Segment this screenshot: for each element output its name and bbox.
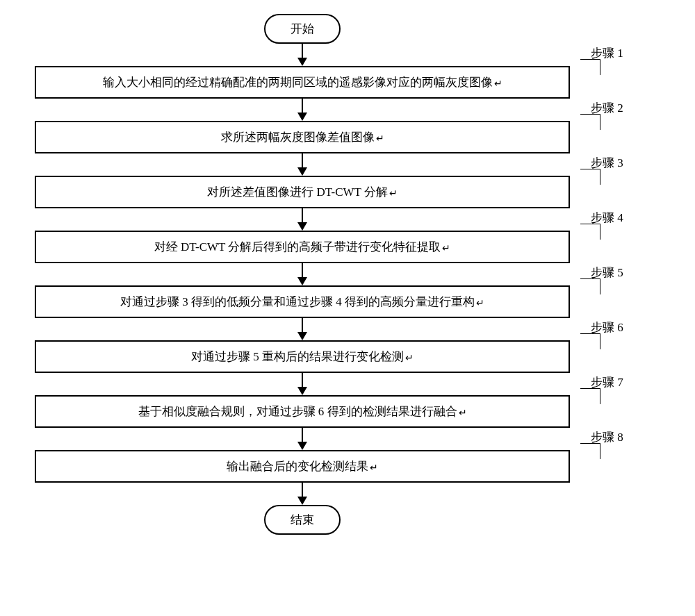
arrow-icon	[297, 428, 307, 450]
step-6-wrap: 步骤 6 对通过步骤 5 重构后的结果进行变化检测↵	[35, 340, 570, 373]
arrow-icon	[297, 208, 307, 231]
step-7-text: 基于相似度融合规则，对通过步骤 6 得到的检测结果进行融合	[138, 405, 457, 418]
arrow-icon	[297, 99, 307, 121]
step-6-label: 步骤 6	[591, 319, 623, 335]
step-6-box: 对通过步骤 5 重构后的结果进行变化检测↵	[35, 340, 570, 373]
step-5-wrap: 步骤 5 对通过步骤 3 得到的低频分量和通过步骤 4 得到的高频分量进行重构↵	[35, 285, 570, 318]
step-1-box: 输入大小相同的经过精确配准的两期同区域的遥感影像对应的两幅灰度图像↵	[35, 66, 570, 99]
connector-line	[580, 388, 600, 404]
step-3-wrap: 步骤 3 对所述差值图像进行 DT-CWT 分解↵	[35, 176, 570, 208]
step-4-wrap: 步骤 4 对经 DT-CWT 分解后得到的高频子带进行变化特征提取↵	[35, 231, 570, 263]
connector-line	[580, 224, 600, 240]
connector-line	[580, 278, 600, 294]
arrow-icon	[297, 373, 307, 395]
step-2-wrap: 步骤 2 求所述两幅灰度图像差值图像↵	[35, 121, 570, 153]
step-5-box: 对通过步骤 3 得到的低频分量和通过步骤 4 得到的高频分量进行重构↵	[35, 285, 570, 318]
arrow-icon	[297, 483, 307, 505]
return-icon: ↵	[405, 353, 414, 363]
return-icon: ↵	[370, 463, 378, 473]
step-4-box: 对经 DT-CWT 分解后得到的高频子带进行变化特征提取↵	[35, 231, 570, 263]
arrow-icon	[297, 44, 307, 66]
arrow-icon	[297, 263, 307, 285]
flowchart-container: 开始 步骤 1 输入大小相同的经过精确配准的两期同区域的遥感影像对应的两幅灰度图…	[35, 14, 570, 535]
connector-line	[580, 114, 600, 130]
step-1-label: 步骤 1	[591, 45, 623, 61]
connector-line	[580, 333, 600, 349]
step-2-text: 求所述两幅灰度图像差值图像	[221, 131, 375, 144]
step-8-wrap: 步骤 8 输出融合后的变化检测结果↵	[35, 450, 570, 483]
start-label: 开始	[291, 22, 314, 35]
step-7-wrap: 步骤 7 基于相似度融合规则，对通过步骤 6 得到的检测结果进行融合↵	[35, 395, 570, 428]
connector-line	[580, 59, 600, 75]
step-5-label: 步骤 5	[591, 265, 623, 281]
step-7-label: 步骤 7	[591, 374, 623, 390]
step-6-text: 对通过步骤 5 重构后的结果进行变化检测	[191, 350, 404, 363]
start-terminator: 开始	[264, 14, 341, 44]
step-1-text: 输入大小相同的经过精确配准的两期同区域的遥感影像对应的两幅灰度图像	[103, 76, 493, 89]
return-icon: ↵	[376, 133, 384, 144]
arrow-icon	[297, 153, 307, 176]
step-2-box: 求所述两幅灰度图像差值图像↵	[35, 121, 570, 153]
connector-line	[580, 443, 600, 459]
step-5-text: 对通过步骤 3 得到的低频分量和通过步骤 4 得到的高频分量进行重构	[120, 295, 475, 308]
step-2-label: 步骤 2	[591, 100, 623, 116]
step-3-box: 对所述差值图像进行 DT-CWT 分解↵	[35, 176, 570, 208]
step-1-wrap: 步骤 1 输入大小相同的经过精确配准的两期同区域的遥感影像对应的两幅灰度图像↵	[35, 66, 570, 99]
step-4-label: 步骤 4	[591, 210, 623, 226]
step-8-label: 步骤 8	[591, 429, 623, 445]
return-icon: ↵	[389, 188, 398, 199]
end-label: 结束	[291, 513, 314, 526]
step-7-box: 基于相似度融合规则，对通过步骤 6 得到的检测结果进行融合↵	[35, 395, 570, 428]
return-icon: ↵	[442, 243, 450, 253]
return-icon: ↵	[476, 298, 484, 308]
return-icon: ↵	[459, 408, 467, 418]
end-terminator: 结束	[264, 505, 341, 535]
arrow-icon	[297, 318, 307, 340]
step-8-text: 输出融合后的变化检测结果	[227, 460, 368, 473]
step-3-label: 步骤 3	[591, 155, 623, 171]
step-3-text: 对所述差值图像进行 DT-CWT 分解	[207, 185, 388, 199]
connector-line	[580, 169, 600, 185]
step-8-box: 输出融合后的变化检测结果↵	[35, 450, 570, 483]
return-icon: ↵	[494, 78, 502, 89]
step-4-text: 对经 DT-CWT 分解后得到的高频子带进行变化特征提取	[154, 240, 441, 253]
